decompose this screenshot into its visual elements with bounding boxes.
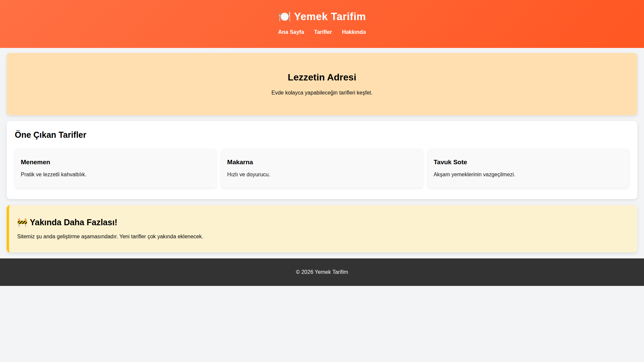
recipe-card-title: Makarna (227, 158, 417, 166)
app-header: 🍽️ Yemek Tarifim Ana Sayfa Tarifler Hakk… (0, 0, 644, 48)
coming-soon-title: 🚧 Yakında Daha Fazlası! (17, 217, 629, 228)
site-title: 🍽️ Yemek Tarifim (0, 11, 644, 23)
coming-soon-text: Sitemiz şu anda geliştirme aşamasındadır… (17, 233, 629, 240)
recipe-card-tavuk-sote: Tavuk Sote Akşam yemeklerinin vazgeçilme… (428, 148, 629, 188)
nav-link-hakkinda[interactable]: Hakkında (342, 29, 366, 35)
recipe-card-menemen: Menemen Pratik ve lezzetli kahvaltılık. (15, 148, 216, 188)
footer-copyright: © 2026 Yemek Tarifim (296, 269, 348, 275)
featured-recipes-section: Öne Çıkan Tarifler Menemen Pratik ve lez… (7, 121, 637, 199)
hero-subtitle: Evde kolayca yapabileceğin tarifleri keş… (13, 89, 631, 97)
coming-soon-notice: 🚧 Yakında Daha Fazlası! Sitemiz şu anda … (7, 205, 637, 252)
nav-link-ana-sayfa[interactable]: Ana Sayfa (278, 29, 304, 35)
recipe-card-title: Tavuk Sote (434, 158, 623, 166)
main-nav: Ana Sayfa Tarifler Hakkında (0, 29, 644, 35)
hero-section: Lezzetin Adresi Evde kolayca yapabileceğ… (7, 53, 637, 115)
recipe-card-makarna: Makarna Hızlı ve doyurucu. (221, 148, 423, 188)
nav-link-tarifler[interactable]: Tarifler (314, 29, 332, 35)
main-content: Lezzetin Adresi Evde kolayca yapabileceğ… (0, 48, 644, 252)
app-footer: © 2026 Yemek Tarifim (0, 258, 644, 286)
recipe-card-description: Akşam yemeklerinin vazgeçilmezi. (434, 171, 623, 178)
hero-title: Lezzetin Adresi (13, 72, 631, 83)
featured-recipes-title: Öne Çıkan Tarifler (15, 130, 629, 140)
recipe-card-list: Menemen Pratik ve lezzetli kahvaltılık. … (15, 148, 629, 188)
recipe-card-description: Pratik ve lezzetli kahvaltılık. (21, 171, 210, 178)
recipe-card-title: Menemen (21, 158, 210, 166)
recipe-card-description: Hızlı ve doyurucu. (227, 171, 417, 178)
